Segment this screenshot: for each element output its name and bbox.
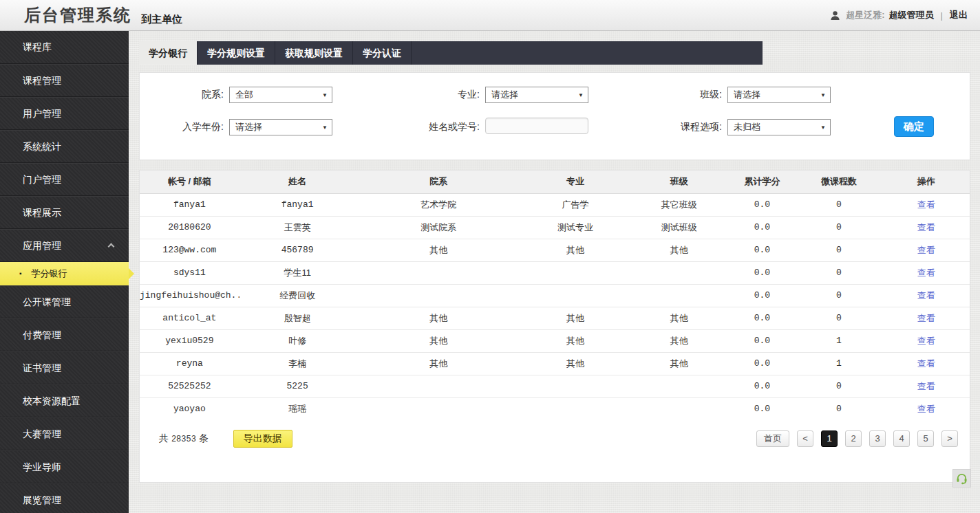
headset-icon bbox=[955, 472, 968, 485]
page-4-button[interactable]: 4 bbox=[893, 430, 910, 447]
sidebar-item-system-statistics[interactable]: 系统统计 bbox=[0, 130, 129, 163]
logout-link[interactable]: 退出 bbox=[950, 9, 968, 21]
page-1-button[interactable]: 1 bbox=[821, 430, 838, 447]
table-row: reyna李楠其他其他其他0.01查看 bbox=[140, 352, 970, 375]
action-cell: 查看 bbox=[882, 375, 970, 397]
table-cell: 0 bbox=[796, 375, 883, 397]
table-cell: 其他 bbox=[522, 239, 630, 261]
export-button[interactable]: 导出数据 bbox=[233, 430, 292, 448]
filter-label: 姓名或学号: bbox=[332, 121, 485, 133]
sidebar-subitem-credit-bank[interactable]: ▪ 学分银行 bbox=[0, 262, 129, 285]
view-link[interactable]: 查看 bbox=[917, 313, 935, 323]
bullet-icon: ▪ bbox=[19, 270, 22, 277]
table-row: 123@ww.com456789其他其他其他0.00查看 bbox=[140, 239, 970, 261]
table-cell: 其他 bbox=[356, 329, 522, 352]
action-cell: 查看 bbox=[882, 261, 970, 284]
sidebar-item-certificate-management[interactable]: 证书管理 bbox=[0, 351, 129, 384]
dropdown-arrow-icon: ▼ bbox=[322, 124, 328, 131]
sidebar-item-exhibition-management[interactable]: 展览管理 bbox=[0, 483, 129, 513]
filter-control: 请选择▼ bbox=[229, 119, 332, 135]
view-link[interactable]: 查看 bbox=[917, 358, 935, 369]
table-cell: sdys11 bbox=[140, 261, 239, 284]
view-link[interactable]: 查看 bbox=[917, 268, 935, 278]
view-link[interactable]: 查看 bbox=[917, 245, 935, 255]
view-link[interactable]: 查看 bbox=[917, 199, 935, 210]
name-or-id-input[interactable] bbox=[485, 118, 588, 134]
enrollment-year-select[interactable]: 请选择▼ bbox=[229, 119, 332, 135]
major-select[interactable]: 请选择▼ bbox=[485, 87, 588, 103]
table-cell: 1 bbox=[796, 329, 883, 352]
column-header: 帐号 / 邮箱 bbox=[140, 171, 239, 193]
next-page-button[interactable]: > bbox=[941, 430, 958, 447]
view-link[interactable]: 查看 bbox=[917, 381, 935, 391]
table-cell: 李楠 bbox=[239, 352, 356, 375]
sidebar-item-user-management[interactable]: 用户管理 bbox=[0, 97, 129, 130]
tab-credit-rule-settings[interactable]: 学分规则设置 bbox=[198, 41, 275, 65]
tab-credit-certification[interactable]: 学分认证 bbox=[353, 41, 412, 65]
sidebar-item-label: 公开课管理 bbox=[23, 296, 71, 307]
sidebar-item-school-resource-config[interactable]: 校本资源配置 bbox=[0, 384, 129, 417]
filter-label: 课程选项: bbox=[588, 121, 727, 133]
dropdown-arrow-icon: ▼ bbox=[578, 92, 584, 98]
sidebar-item-course-management[interactable]: 课程管理 bbox=[0, 64, 129, 97]
column-header: 姓名 bbox=[239, 171, 356, 193]
table-cell: 0 bbox=[796, 284, 883, 307]
filter-control bbox=[485, 118, 588, 137]
sidebar-item-label: 门户管理 bbox=[23, 174, 61, 185]
table-cell bbox=[630, 397, 729, 420]
pagination: 首页<12345> bbox=[756, 430, 958, 447]
column-header: 班级 bbox=[630, 171, 729, 193]
table-cell: 殷智超 bbox=[239, 307, 356, 329]
department-select[interactable]: 全部▼ bbox=[229, 87, 332, 103]
view-link[interactable]: 查看 bbox=[917, 222, 935, 232]
table-cell: 其他 bbox=[522, 352, 630, 375]
filter-field: 班级: 请选择▼ bbox=[588, 87, 831, 103]
page-3-button[interactable]: 3 bbox=[869, 430, 886, 447]
tab-acquire-rule-settings[interactable]: 获取规则设置 bbox=[275, 41, 353, 65]
table-cell: 5225 bbox=[239, 375, 356, 397]
sidebar-item-app-management[interactable]: 应用管理 bbox=[0, 229, 129, 262]
column-header: 操作 bbox=[882, 171, 970, 193]
tab-credit-bank[interactable]: 学分银行 bbox=[139, 41, 198, 65]
table-cell: yaoyao bbox=[140, 397, 239, 420]
to-main-unit-link[interactable]: 到主单位 bbox=[141, 13, 182, 26]
action-cell: 查看 bbox=[882, 352, 970, 375]
action-cell: 查看 bbox=[882, 239, 970, 261]
page-5-button[interactable]: 5 bbox=[917, 430, 934, 447]
prev-page-button[interactable]: < bbox=[797, 430, 813, 447]
table-cell bbox=[522, 397, 630, 420]
sidebar-item-academic-tutor[interactable]: 学业导师 bbox=[0, 450, 129, 483]
table-cell: 0.0 bbox=[729, 239, 795, 261]
filter-panel: 院系: 全部▼ 专业: 请选择▼ 班级: 请选择▼ 入学年份: 请选择▼ 姓名或… bbox=[139, 72, 970, 160]
first-page-button[interactable]: 首页 bbox=[756, 430, 789, 447]
table-cell bbox=[630, 261, 729, 284]
sidebar-item-label: 用户管理 bbox=[23, 108, 61, 119]
page-2-button[interactable]: 2 bbox=[845, 430, 862, 447]
sidebar-item-competition-management[interactable]: 大赛管理 bbox=[0, 417, 129, 450]
table-cell: 0.0 bbox=[729, 261, 795, 284]
view-link[interactable]: 查看 bbox=[917, 290, 935, 301]
sidebar-menu: 课程库 课程管理 用户管理 系统统计 门户管理 课程展示 应用管理 ▪ 学分银行… bbox=[0, 31, 129, 513]
sidebar-item-course-display[interactable]: 课程展示 bbox=[0, 196, 129, 229]
action-cell: 查看 bbox=[882, 397, 970, 420]
confirm-button[interactable]: 确定 bbox=[894, 116, 934, 137]
sidebar-item-open-course-management[interactable]: 公开课管理 bbox=[0, 285, 129, 318]
view-link[interactable]: 查看 bbox=[917, 404, 935, 414]
sidebar-item-course-library[interactable]: 课程库 bbox=[0, 31, 129, 64]
table-cell bbox=[356, 375, 522, 397]
support-headset-button[interactable] bbox=[952, 469, 971, 488]
user-role-label: 超级管理员 bbox=[889, 9, 934, 21]
sidebar-item-label: 系统统计 bbox=[23, 141, 61, 152]
table-cell: 0 bbox=[796, 307, 883, 329]
data-table: 帐号 / 邮箱姓名院系专业班级累计学分微课程数操作 fanya1fanya1艺术… bbox=[140, 171, 970, 420]
chevron-up-icon bbox=[108, 243, 115, 250]
sidebar-item-payment-management[interactable]: 付费管理 bbox=[0, 318, 129, 351]
sidebar-item-portal-management[interactable]: 门户管理 bbox=[0, 163, 129, 196]
total-count: 共 28353 条 bbox=[159, 433, 209, 445]
class-select[interactable]: 请选择▼ bbox=[727, 87, 831, 103]
table-cell: 测试班级 bbox=[630, 216, 729, 239]
column-header: 院系 bbox=[356, 171, 522, 193]
course-option-select[interactable]: 未归档▼ bbox=[727, 119, 831, 135]
table-cell: 其他 bbox=[522, 307, 630, 329]
view-link[interactable]: 查看 bbox=[917, 336, 935, 346]
